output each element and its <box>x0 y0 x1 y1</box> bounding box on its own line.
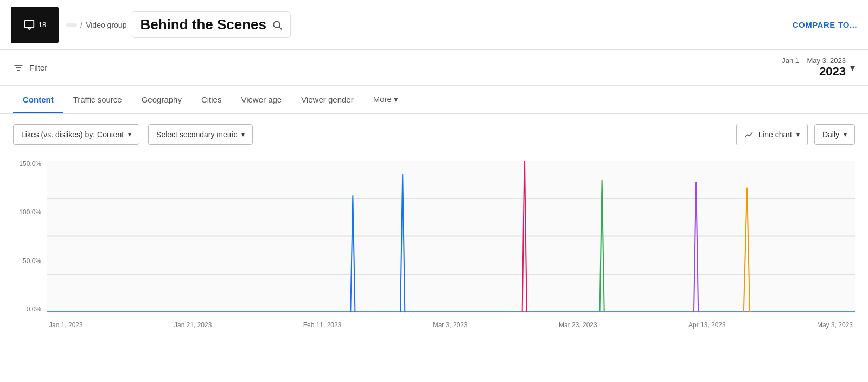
date-range-year: 2023 <box>819 65 846 79</box>
breadcrumb-placeholder[interactable] <box>66 23 77 27</box>
secondary-metric-label: Select secondary metric <box>156 130 237 139</box>
filter-icon <box>13 62 24 73</box>
time-period-label: Daily <box>822 130 839 139</box>
x-label-may3: May 3, 2023 <box>817 321 853 329</box>
x-label-mar3: Mar 3, 2023 <box>433 321 468 329</box>
tabs-bar: Content Traffic source Geography Cities … <box>0 86 868 114</box>
time-period-dropdown[interactable]: Daily ▾ <box>814 124 855 145</box>
y-axis: 150.0% 100.0% 50.0% 0.0% <box>13 161 46 313</box>
page-title: Behind the Scenes <box>140 16 266 33</box>
time-period-caret-icon: ▾ <box>844 131 847 138</box>
date-range-selector[interactable]: Jan 1 – May 3, 2023 2023 ▾ <box>782 56 855 79</box>
tab-content[interactable]: Content <box>13 86 63 113</box>
svg-line-2 <box>279 27 282 29</box>
chart-type-dropdown[interactable]: Line chart ▾ <box>736 124 807 145</box>
controls-row: Likes (vs. dislikes) by: Content ▾ Selec… <box>0 114 868 155</box>
x-label-feb11: Feb 11, 2023 <box>303 321 342 329</box>
chart-container: 150.0% 100.0% 50.0% 0.0% <box>13 161 855 329</box>
y-label-50: 50.0% <box>23 258 41 264</box>
title-box: Behind the Scenes <box>132 11 291 38</box>
x-label-jan1: Jan 1, 2023 <box>49 321 83 329</box>
y-label-100: 100.0% <box>19 209 41 215</box>
date-range-chevron-icon[interactable]: ▾ <box>850 62 855 74</box>
breadcrumb-separator: / <box>80 20 82 29</box>
filter-label: Filter <box>29 63 47 72</box>
filter-button[interactable]: Filter <box>13 62 47 73</box>
tab-viewer-age[interactable]: Viewer age <box>231 86 291 113</box>
x-label-apr13: Apr 13, 2023 <box>688 321 726 329</box>
primary-metric-dropdown[interactable]: Likes (vs. dislikes) by: Content ▾ <box>13 124 139 145</box>
tab-geography[interactable]: Geography <box>132 86 192 113</box>
chart-type-label: Line chart <box>758 130 792 139</box>
playlist-icon-box[interactable]: 18 <box>11 7 59 43</box>
x-label-mar23: Mar 23, 2023 <box>559 321 597 329</box>
x-axis: Jan 1, 2023 Jan 21, 2023 Feb 11, 2023 Ma… <box>47 314 855 329</box>
tab-more[interactable]: More ▾ <box>363 86 408 113</box>
chart-type-caret-icon: ▾ <box>796 131 800 138</box>
chart-svg <box>47 161 855 313</box>
line-chart-icon <box>744 130 754 139</box>
chart-inner <box>47 161 855 313</box>
secondary-metric-caret-icon: ▾ <box>241 131 245 138</box>
tab-traffic-source[interactable]: Traffic source <box>63 86 132 113</box>
search-icon[interactable] <box>272 20 283 30</box>
date-range-label: Jan 1 – May 3, 2023 <box>782 56 846 65</box>
tab-viewer-gender[interactable]: Viewer gender <box>291 86 363 113</box>
playlist-count: 18 <box>39 21 46 29</box>
breadcrumb: / Video group <box>66 20 126 29</box>
y-label-0: 0.0% <box>27 306 41 313</box>
primary-metric-label: Likes (vs. dislikes) by: Content <box>21 130 124 139</box>
chart-controls-right: Line chart ▾ Daily ▾ <box>736 124 855 145</box>
secondary-metric-dropdown[interactable]: Select secondary metric ▾ <box>148 124 253 145</box>
filter-bar: Filter Jan 1 – May 3, 2023 2023 ▾ <box>0 50 868 86</box>
breadcrumb-video-group: Video group <box>86 21 126 29</box>
compare-to-button[interactable]: COMPARE TO... <box>793 20 857 29</box>
y-label-150: 150.0% <box>19 161 41 167</box>
svg-rect-0 <box>25 20 34 27</box>
header: 18 / Video group Behind the Scenes COMPA… <box>0 0 868 50</box>
primary-metric-caret-icon: ▾ <box>128 131 131 138</box>
x-label-jan21: Jan 21, 2023 <box>174 321 212 329</box>
chart-area: 150.0% 100.0% 50.0% 0.0% <box>0 155 868 334</box>
tab-cities[interactable]: Cities <box>192 86 232 113</box>
svg-point-1 <box>273 21 280 28</box>
playlist-icon <box>23 19 35 31</box>
